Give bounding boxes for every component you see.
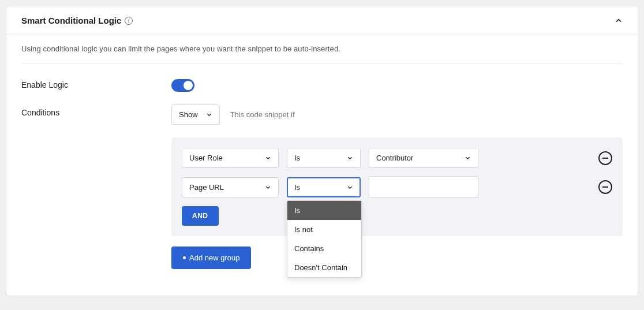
chevron-down-icon [465,155,471,161]
operator-option[interactable]: Doesn't Contain [287,258,361,277]
condition-operator-value: Is [294,183,300,192]
condition-field-select[interactable]: Page URL [182,177,279,197]
conditions-area: Show This code snippet if User Role Is [171,104,623,269]
panel-title: Smart Conditional Logic [21,16,121,25]
condition-row: Page URL Is Is Is not Contains [182,176,612,198]
snippet-suffix-text: This code snippet if [230,110,295,119]
conditions-label: Conditions [21,104,171,117]
panel-title-wrap: Smart Conditional Logic i [21,16,133,25]
and-button[interactable]: AND [182,206,219,226]
condition-field-value: User Role [189,154,223,162]
condition-value-select[interactable]: Contributor [369,148,478,168]
action-select[interactable]: Show [171,104,220,125]
divider [21,64,623,64]
enable-logic-label: Enable Logic [21,77,171,89]
chevron-down-icon [206,111,212,118]
condition-operator-select[interactable]: Is [287,148,361,168]
condition-operator-value: Is [294,154,300,162]
action-select-value: Show [179,110,198,119]
conditions-row: Conditions Show This code snippet if Use… [21,104,623,269]
operator-option[interactable]: Contains [287,239,361,258]
condition-row: User Role Is Contributor [182,148,612,168]
panel-header[interactable]: Smart Conditional Logic i [6,6,638,34]
info-icon[interactable]: i [125,17,133,25]
operator-option[interactable]: Is [287,201,361,220]
condition-value: Contributor [376,154,413,162]
add-group-label: Add new group [189,253,239,262]
chevron-down-icon [265,155,271,161]
condition-field-value: Page URL [189,183,224,192]
bullet-icon [183,256,186,259]
chevron-down-icon [347,184,353,191]
operator-dropdown: Is Is not Contains Doesn't Contain [287,200,362,278]
remove-condition-button[interactable] [598,180,612,194]
operator-option[interactable]: Is not [287,220,361,239]
add-group-button[interactable]: Add new group [171,246,251,269]
conditional-logic-panel: Smart Conditional Logic i Using conditio… [6,6,638,296]
chevron-up-icon[interactable] [615,17,623,25]
chevron-down-icon [265,184,271,191]
chevron-down-icon [347,155,353,161]
panel-description: Using conditional logic you can limit th… [21,44,623,53]
condition-group: User Role Is Contributor [171,137,623,236]
condition-value-input[interactable] [369,176,478,198]
enable-logic-row: Enable Logic [21,77,623,92]
condition-field-select[interactable]: User Role [182,148,279,168]
enable-logic-toggle[interactable] [171,79,194,92]
remove-condition-button[interactable] [598,151,612,165]
panel-body: Using conditional logic you can limit th… [6,34,638,296]
condition-operator-select[interactable]: Is [287,177,361,197]
conditions-head: Show This code snippet if [171,104,623,125]
